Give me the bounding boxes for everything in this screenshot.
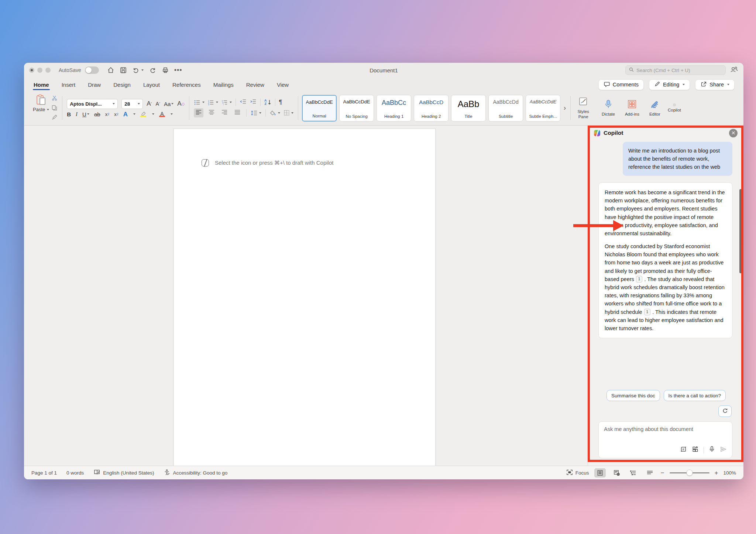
underline-button[interactable]: U — [82, 111, 89, 117]
zoom-out-button[interactable]: − — [661, 470, 664, 476]
print-icon[interactable] — [162, 66, 169, 74]
accessibility-label[interactable]: Accessibility: Good to go — [173, 470, 227, 476]
grow-font-button[interactable]: Aˆ — [147, 100, 152, 107]
shrink-font-button[interactable]: Aˇ — [156, 101, 160, 107]
page-count[interactable]: Page 1 of 1 — [31, 470, 57, 476]
style-no-spacing[interactable]: AaBbCcDdENo Spacing — [339, 95, 374, 121]
bold-button[interactable]: B — [67, 111, 71, 117]
web-layout-view-button[interactable] — [611, 468, 622, 477]
shading-bucket-button[interactable] — [270, 110, 280, 116]
sort-button[interactable]: AZ — [264, 99, 271, 106]
tab-view[interactable]: View — [276, 79, 289, 90]
dictate-button[interactable]: Dictate — [598, 99, 618, 117]
close-window-button[interactable] — [29, 68, 34, 73]
voice-input-mic-icon[interactable] — [709, 446, 715, 454]
zoom-slider-knob[interactable] — [686, 470, 693, 476]
change-case-button[interactable]: Aa — [164, 101, 173, 107]
print-layout-view-button[interactable] — [594, 468, 606, 477]
draft-view-button[interactable] — [644, 469, 656, 477]
strikethrough-button[interactable]: ab — [94, 111, 100, 117]
format-painter-icon[interactable] — [51, 114, 58, 122]
copilot-close-button[interactable]: ✕ — [729, 129, 738, 137]
copilot-input-card[interactable] — [598, 421, 732, 458]
autosave-toggle[interactable] — [85, 66, 99, 74]
style-normal[interactable]: AaBbCcDdENormal — [302, 95, 337, 121]
style-subtitle[interactable]: AaBbCcDdSubtitle — [488, 95, 523, 121]
copy-icon[interactable] — [51, 105, 58, 112]
zoom-percentage[interactable]: 100% — [723, 470, 736, 476]
plugins-icon[interactable] — [692, 446, 699, 454]
editing-mode-button[interactable]: Editing — [649, 79, 690, 90]
tab-home[interactable]: Home — [33, 79, 50, 90]
focus-mode-button[interactable]: Focus — [566, 469, 589, 476]
zoom-in-button[interactable]: + — [715, 470, 718, 476]
subscript-button[interactable]: x2 — [105, 112, 110, 117]
spellcheck-icon[interactable] — [93, 469, 100, 476]
tab-review[interactable]: Review — [245, 79, 265, 90]
style-title[interactable]: AaBbTitle — [451, 95, 486, 121]
editor-button[interactable]: Editor — [646, 99, 664, 117]
justify-button[interactable] — [233, 108, 242, 117]
style-heading-1[interactable]: AaBbCcHeading 1 — [377, 95, 411, 121]
align-right-button[interactable] — [220, 108, 229, 117]
minimize-window-button[interactable] — [37, 68, 42, 73]
citation-badge[interactable]: 1 — [644, 309, 651, 315]
copilot-ribbon-button[interactable]: Copilot — [664, 103, 684, 113]
tab-layout[interactable]: Layout — [142, 79, 161, 90]
styles-pane-button[interactable]: Styles Pane — [571, 97, 595, 119]
share-button[interactable]: Share — [695, 79, 735, 90]
redo-button[interactable] — [149, 66, 157, 74]
tab-mailings[interactable]: Mailings — [213, 79, 234, 90]
undo-button[interactable] — [132, 66, 144, 74]
search-input[interactable] — [636, 68, 722, 73]
style-subtle-emphasis[interactable]: AaBbCcDdESubtle Emph... — [526, 95, 560, 121]
word-count[interactable]: 0 words — [66, 470, 84, 476]
superscript-button[interactable]: x2 — [114, 112, 118, 117]
tab-draw[interactable]: Draw — [87, 79, 102, 90]
presence-people-icon[interactable] — [730, 66, 738, 75]
copilot-draft-icon[interactable] — [202, 159, 209, 167]
increase-indent-button[interactable] — [250, 99, 257, 106]
cut-scissors-icon[interactable] — [51, 95, 58, 103]
addins-button[interactable]: Add-ins — [622, 99, 643, 116]
borders-button[interactable] — [284, 110, 293, 116]
highlight-color-button[interactable] — [140, 112, 147, 117]
copilot-scrollbar-thumb[interactable] — [739, 189, 742, 273]
zoom-slider[interactable] — [670, 472, 709, 473]
comments-button[interactable]: Comments — [598, 79, 644, 90]
language-label[interactable]: English (United States) — [103, 470, 154, 476]
undo-chevron-icon[interactable] — [141, 69, 144, 71]
citation-badge[interactable]: 1 — [636, 276, 643, 283]
suggestion-summarise-button[interactable]: Summarise this doc — [606, 390, 660, 401]
save-icon[interactable] — [120, 66, 127, 74]
clear-formatting-button[interactable]: A◇ — [177, 100, 185, 107]
multilevel-list-button[interactable]: 1ai — [221, 99, 232, 106]
paste-button[interactable]: Paste — [33, 94, 49, 112]
tab-references[interactable]: References — [172, 79, 202, 90]
send-icon[interactable] — [720, 446, 727, 454]
search-box[interactable] — [625, 65, 726, 75]
font-color-button[interactable]: A — [159, 111, 165, 117]
suggestion-call-to-action-button[interactable]: Is there a call to action? — [664, 390, 726, 401]
prompt-library-icon[interactable] — [680, 446, 687, 454]
more-options-icon[interactable]: ••• — [174, 68, 182, 72]
line-spacing-button[interactable] — [251, 110, 261, 116]
tab-design[interactable]: Design — [113, 79, 131, 90]
document-page[interactable]: Select the icon or press ⌘+\ to draft wi… — [173, 129, 436, 466]
align-center-button[interactable] — [207, 108, 216, 117]
bullet-list-button[interactable] — [194, 99, 205, 106]
styles-gallery-expander[interactable]: › — [563, 104, 567, 112]
font-name-select[interactable]: Aptos Displ... — [67, 99, 118, 109]
home-icon[interactable] — [107, 66, 114, 74]
copilot-draft-hint[interactable]: Select the icon or press ⌘+\ to draft wi… — [202, 159, 333, 167]
decrease-indent-button[interactable] — [240, 99, 247, 106]
copilot-input[interactable] — [604, 426, 727, 446]
numbered-list-button[interactable]: 123 — [207, 99, 218, 106]
style-heading-2[interactable]: AaBbCcDHeading 2 — [414, 95, 449, 121]
show-paragraph-marks-button[interactable]: ¶ — [279, 99, 282, 106]
italic-button[interactable]: I — [76, 111, 78, 117]
zoom-window-button[interactable] — [45, 68, 51, 73]
accessibility-icon[interactable] — [164, 469, 170, 477]
text-effects-button[interactable]: A — [123, 111, 128, 117]
tab-insert[interactable]: Insert — [61, 79, 76, 90]
